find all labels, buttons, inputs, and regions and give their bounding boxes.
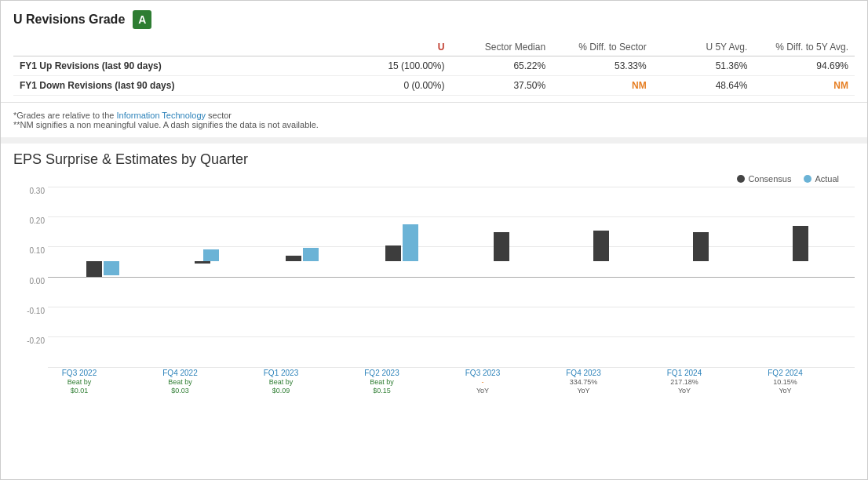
actual-icon (804, 175, 811, 183)
x-label-fq1-2024: FQ1 2024217.18%YoY (653, 369, 754, 395)
consensus-icon (737, 175, 745, 183)
legend-actual: Actual (804, 174, 839, 184)
page-title: U Revisions Grade (13, 13, 125, 27)
bar-group-fq1-2024 (651, 187, 750, 336)
grade-badge: A (133, 10, 151, 29)
chart-legend: Consensus Actual (13, 174, 855, 184)
chart-plot (48, 187, 855, 367)
legend-consensus: Consensus (737, 174, 791, 184)
bar-group-fq3-2022 (53, 187, 152, 336)
table-row: FY1 Down Revisions (last 90 days) 0 (0.0… (13, 76, 855, 96)
x-label-fq4-2022: FQ4 2022Beat by$0.03 (149, 369, 250, 395)
x-label-fq3-2023: FQ3 2023-YoY (451, 369, 553, 395)
x-label-fq4-2023: FQ4 2023334.75%YoY (553, 369, 654, 395)
y-axis: 0.30 0.20 0.10 0.00 -0.10 -0.20 (13, 187, 48, 367)
x-label-fq3-2022: FQ3 2022Beat by$0.01 (48, 369, 149, 395)
x-label-fq2-2023: FQ2 2023Beat by$0.15 (351, 369, 452, 395)
bar-group-fq2-2023 (352, 187, 451, 336)
bar-group-fq1-2023 (252, 187, 352, 336)
table-row: FY1 Up Revisions (last 90 days) 15 (100.… (13, 56, 855, 76)
bar-group-fq2-2024 (750, 187, 850, 336)
x-label-fq2-2024: FQ2 202410.15%YoY (754, 369, 855, 395)
x-label-fq1-2023: FQ1 2023Beat by$0.09 (250, 369, 351, 395)
bar-group-fq4-2023 (551, 187, 651, 336)
revisions-table: U Sector Median % Diff. to Sector U 5Y A… (13, 38, 855, 96)
notes-section: *Grades are relative to the Information … (1, 103, 867, 144)
bar-group-fq3-2023 (451, 187, 551, 336)
sector-link[interactable]: Information Technology (116, 111, 206, 120)
chart-title: EPS Surprise & Estimates by Quarter (13, 151, 855, 168)
bar-group-fq4-2022 (152, 187, 252, 336)
